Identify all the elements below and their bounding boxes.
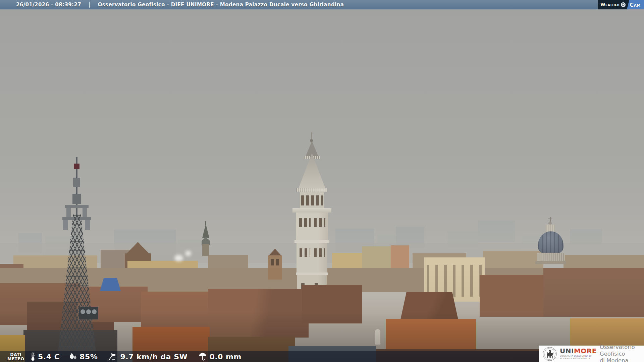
weathercam-logo-weather: Weather: [600, 0, 620, 9]
unimore-seal-logo: [543, 347, 557, 361]
spire-cone: [298, 153, 326, 190]
timestamp: 26/01/2026 - 08:39:27: [16, 2, 81, 8]
unimore-name-uni: UNI: [560, 347, 574, 355]
observatory-name: Osservatorio Geofisico di Modena: [600, 344, 644, 362]
umbrella-icon: [198, 352, 207, 361]
top-info-bar: 26/01/2026 - 08:39:27 | Osservatorio Geo…: [0, 0, 644, 9]
roof: [543, 268, 644, 317]
antenna-vent-box: [79, 307, 98, 319]
chimney-smoke: [174, 255, 183, 261]
unimore-subtitle-line2: MODENA E REGGIO EMILIA: [560, 358, 597, 360]
unimore-name-more: MORE: [574, 347, 597, 355]
thermometer-icon: [30, 352, 36, 361]
dati-label-line2: METEO: [7, 357, 24, 361]
unimore-wordmark: UNIMORE UNIVERSITÀ DEGLI STUDI DI MODENA…: [560, 348, 597, 360]
temperature-reading: 5.4 C: [30, 352, 60, 361]
roof: [480, 275, 547, 317]
webcam-page: 26/01/2026 - 08:39:27 | Osservatorio Geo…: [0, 0, 644, 362]
temperature-value: 5.4 C: [38, 353, 60, 361]
rain-reading: 0.0 mm: [198, 352, 241, 361]
weathercam-logo[interactable]: Weather Cam: [598, 0, 644, 9]
wind-anemometer-icon: [108, 352, 118, 361]
weathercam-logo-cam-badge: Cam: [627, 0, 644, 9]
camera-title: Osservatorio Geofisico - DIEF UNIMORE - …: [98, 2, 344, 8]
webcam-photo: [0, 0, 644, 362]
camera-lens-icon: [621, 2, 626, 7]
antenna-tower: [50, 154, 104, 355]
separator: |: [89, 2, 90, 8]
weathercam-logo-cam: Cam: [630, 2, 641, 8]
observatory-name-line2: di Modena: [600, 357, 644, 362]
antenna-lattice: [58, 215, 96, 355]
palazzo-windows: [427, 265, 482, 297]
wind-value: 9.7 km/h da SW: [120, 353, 187, 361]
bell-tower: [268, 249, 282, 280]
unimore-name: UNIMORE: [560, 348, 597, 354]
humidity-drops-icon: [68, 352, 77, 361]
chimney-smoke: [185, 251, 191, 256]
unimore-credit-box[interactable]: UNIMORE UNIVERSITÀ DEGLI STUDI DI MODENA…: [539, 346, 644, 362]
wind-reading: 9.7 km/h da SW: [108, 352, 187, 361]
rain-value: 0.0 mm: [209, 353, 241, 361]
church-dome: [535, 217, 566, 264]
dati-meteo-label: DATI METEO: [5, 352, 26, 361]
observatory-name-line1: Osservatorio Geofisico: [600, 344, 644, 357]
unimore-subtitle: UNIVERSITÀ DEGLI STUDI DI MODENA E REGGI…: [560, 355, 597, 360]
humidity-reading: 85%: [68, 352, 98, 361]
building-block: [362, 246, 392, 270]
church-spire: [200, 221, 212, 256]
humidity-value: 85%: [79, 353, 98, 361]
